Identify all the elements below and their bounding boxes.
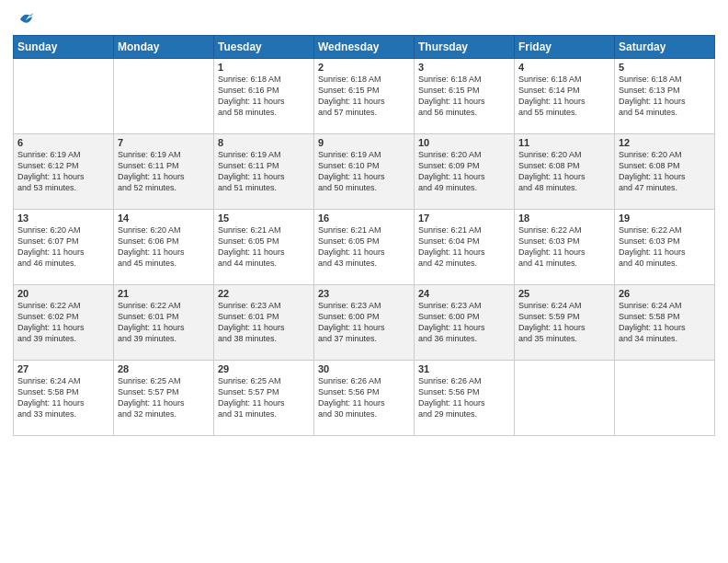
calendar-row-5: 27 Sunrise: 6:24 AM Sunset: 5:58 PM Dayl…	[14, 361, 715, 436]
sunrise-text: Sunrise: 6:22 AM	[518, 225, 582, 235]
sunset-text: Sunset: 6:11 PM	[118, 161, 179, 170]
weekday-header-row: SundayMondayTuesdayWednesdayThursdayFrid…	[14, 36, 715, 59]
sunset-text: Sunset: 5:58 PM	[17, 387, 79, 396]
daylight-text: Daylight: 11 hoursand 41 minutes.	[518, 247, 586, 268]
sunrise-text: Sunrise: 6:21 AM	[318, 225, 381, 235]
calendar-cell: 12 Sunrise: 6:20 AM Sunset: 6:08 PM Dayl…	[615, 134, 715, 210]
sunset-text: Sunset: 6:01 PM	[118, 312, 179, 321]
daylight-text: Daylight: 11 hoursand 33 minutes.	[17, 398, 85, 419]
day-info: Sunrise: 6:24 AM Sunset: 5:58 PM Dayligh…	[17, 375, 109, 420]
daylight-text: Daylight: 11 hoursand 53 minutes.	[17, 172, 85, 192]
day-number: 7	[118, 137, 210, 148]
sunset-text: Sunset: 6:08 PM	[518, 161, 580, 170]
calendar-cell: 17 Sunrise: 6:21 AM Sunset: 6:04 PM Dayl…	[415, 210, 515, 285]
sunrise-text: Sunrise: 6:22 AM	[118, 301, 181, 310]
day-info: Sunrise: 6:21 AM Sunset: 6:04 PM Dayligh…	[418, 224, 510, 270]
daylight-text: Daylight: 11 hoursand 38 minutes.	[218, 323, 285, 343]
sunrise-text: Sunrise: 6:20 AM	[17, 225, 81, 235]
daylight-text: Daylight: 11 hoursand 35 minutes.	[518, 323, 586, 343]
weekday-header-thursday: Thursday	[415, 36, 515, 59]
sunset-text: Sunset: 6:15 PM	[418, 86, 480, 95]
calendar-cell: 22 Sunrise: 6:23 AM Sunset: 6:01 PM Dayl…	[214, 285, 314, 361]
daylight-text: Daylight: 11 hoursand 43 minutes.	[318, 247, 385, 268]
day-number: 2	[318, 62, 410, 73]
calendar-cell: 24 Sunrise: 6:23 AM Sunset: 6:00 PM Dayl…	[415, 285, 515, 361]
daylight-text: Daylight: 11 hoursand 47 minutes.	[619, 172, 686, 192]
sunrise-text: Sunrise: 6:23 AM	[418, 301, 482, 310]
day-info: Sunrise: 6:25 AM Sunset: 5:57 PM Dayligh…	[218, 375, 310, 420]
daylight-text: Daylight: 11 hoursand 37 minutes.	[318, 323, 385, 343]
calendar-cell: 2 Sunrise: 6:18 AM Sunset: 6:15 PM Dayli…	[314, 59, 415, 134]
day-info: Sunrise: 6:20 AM Sunset: 6:08 PM Dayligh…	[619, 149, 711, 194]
day-number: 19	[619, 213, 711, 224]
calendar-cell: 26 Sunrise: 6:24 AM Sunset: 5:58 PM Dayl…	[615, 285, 715, 361]
sunrise-text: Sunrise: 6:20 AM	[118, 225, 181, 235]
calendar-cell: 29 Sunrise: 6:25 AM Sunset: 5:57 PM Dayl…	[214, 361, 314, 436]
day-info: Sunrise: 6:22 AM Sunset: 6:03 PM Dayligh…	[518, 224, 610, 270]
day-info: Sunrise: 6:18 AM Sunset: 6:13 PM Dayligh…	[619, 74, 711, 119]
calendar-cell: 30 Sunrise: 6:26 AM Sunset: 5:56 PM Dayl…	[314, 361, 415, 436]
sunset-text: Sunset: 6:12 PM	[17, 161, 79, 170]
daylight-text: Daylight: 11 hoursand 39 minutes.	[17, 323, 85, 343]
day-info: Sunrise: 6:20 AM Sunset: 6:07 PM Dayligh…	[17, 224, 109, 270]
calendar-cell: 10 Sunrise: 6:20 AM Sunset: 6:09 PM Dayl…	[415, 134, 515, 210]
day-info: Sunrise: 6:18 AM Sunset: 6:15 PM Dayligh…	[418, 74, 510, 119]
day-info: Sunrise: 6:18 AM Sunset: 6:14 PM Dayligh…	[518, 74, 610, 119]
sunrise-text: Sunrise: 6:20 AM	[619, 150, 682, 159]
daylight-text: Daylight: 11 hoursand 58 minutes.	[218, 97, 285, 117]
sunrise-text: Sunrise: 6:18 AM	[619, 75, 682, 84]
sunset-text: Sunset: 6:01 PM	[218, 312, 279, 321]
logo-bird-icon	[15, 9, 35, 29]
day-number: 30	[318, 363, 410, 374]
calendar-cell: 15 Sunrise: 6:21 AM Sunset: 6:05 PM Dayl…	[214, 210, 314, 285]
sunrise-text: Sunrise: 6:18 AM	[218, 75, 281, 84]
sunset-text: Sunset: 5:59 PM	[518, 312, 580, 321]
weekday-header-tuesday: Tuesday	[214, 36, 314, 59]
day-info: Sunrise: 6:19 AM Sunset: 6:12 PM Dayligh…	[17, 149, 109, 194]
day-number: 4	[518, 62, 610, 73]
sunrise-text: Sunrise: 6:18 AM	[418, 75, 482, 84]
sunset-text: Sunset: 6:00 PM	[318, 312, 380, 321]
sunset-text: Sunset: 6:10 PM	[318, 161, 380, 170]
sunset-text: Sunset: 6:07 PM	[17, 236, 79, 246]
day-number: 20	[17, 288, 109, 299]
sunset-text: Sunset: 5:57 PM	[218, 387, 279, 396]
daylight-text: Daylight: 11 hoursand 55 minutes.	[518, 97, 586, 117]
calendar-cell: 3 Sunrise: 6:18 AM Sunset: 6:15 PM Dayli…	[415, 59, 515, 134]
calendar-cell: 8 Sunrise: 6:19 AM Sunset: 6:11 PM Dayli…	[214, 134, 314, 210]
sunset-text: Sunset: 6:05 PM	[218, 236, 279, 246]
calendar-cell	[14, 59, 114, 134]
day-info: Sunrise: 6:19 AM Sunset: 6:11 PM Dayligh…	[118, 149, 210, 194]
daylight-text: Daylight: 11 hoursand 29 minutes.	[418, 398, 485, 419]
daylight-text: Daylight: 11 hoursand 32 minutes.	[118, 398, 185, 419]
calendar-cell: 23 Sunrise: 6:23 AM Sunset: 6:00 PM Dayl…	[314, 285, 415, 361]
sunset-text: Sunset: 6:03 PM	[619, 236, 680, 246]
sunrise-text: Sunrise: 6:23 AM	[218, 301, 281, 310]
day-info: Sunrise: 6:22 AM Sunset: 6:03 PM Dayligh…	[619, 224, 711, 270]
calendar-row-4: 20 Sunrise: 6:22 AM Sunset: 6:02 PM Dayl…	[14, 285, 715, 361]
weekday-header-sunday: Sunday	[14, 36, 114, 59]
day-number: 3	[418, 62, 510, 73]
day-number: 12	[619, 137, 711, 148]
daylight-text: Daylight: 11 hoursand 45 minutes.	[118, 247, 185, 268]
day-info: Sunrise: 6:19 AM Sunset: 6:11 PM Dayligh…	[218, 149, 310, 194]
sunset-text: Sunset: 6:15 PM	[318, 86, 380, 95]
day-number: 31	[418, 363, 510, 374]
page: SundayMondayTuesdayWednesdayThursdayFrid…	[0, 0, 728, 563]
day-number: 17	[418, 213, 510, 224]
sunset-text: Sunset: 6:08 PM	[619, 161, 680, 170]
daylight-text: Daylight: 11 hoursand 57 minutes.	[318, 97, 385, 117]
calendar: SundayMondayTuesdayWednesdayThursdayFrid…	[13, 35, 715, 436]
calendar-cell: 11 Sunrise: 6:20 AM Sunset: 6:08 PM Dayl…	[515, 134, 615, 210]
calendar-row-3: 13 Sunrise: 6:20 AM Sunset: 6:07 PM Dayl…	[14, 210, 715, 285]
daylight-text: Daylight: 11 hoursand 42 minutes.	[418, 247, 485, 268]
sunset-text: Sunset: 6:00 PM	[418, 312, 480, 321]
sunrise-text: Sunrise: 6:25 AM	[118, 376, 181, 385]
day-number: 16	[318, 213, 410, 224]
day-number: 10	[418, 137, 510, 148]
day-info: Sunrise: 6:23 AM Sunset: 6:00 PM Dayligh…	[318, 300, 410, 345]
daylight-text: Daylight: 11 hoursand 50 minutes.	[318, 172, 385, 192]
day-number: 27	[17, 363, 109, 374]
calendar-cell: 13 Sunrise: 6:20 AM Sunset: 6:07 PM Dayl…	[14, 210, 114, 285]
daylight-text: Daylight: 11 hoursand 56 minutes.	[418, 97, 485, 117]
